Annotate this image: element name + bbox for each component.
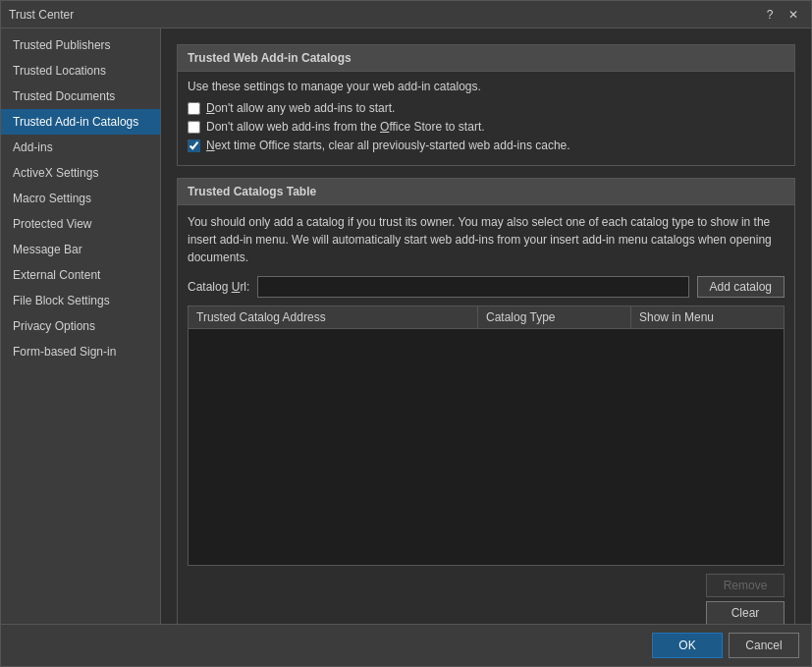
checkbox2-row: Don't allow web add-ins from the Office … [188, 120, 785, 134]
window-title: Trust Center [9, 8, 74, 22]
trust-center-window: Trust Center ? ✕ Trusted PublishersTrust… [0, 0, 812, 667]
section1-body: Use these settings to manage your web ad… [177, 72, 795, 166]
remove-button[interactable]: Remove [706, 574, 785, 597]
checkbox2[interactable] [188, 121, 200, 134]
section2: Trusted Catalogs Table You should only a… [177, 178, 795, 624]
ok-button[interactable]: OK [652, 633, 723, 658]
clear-button[interactable]: Clear [706, 601, 785, 624]
sidebar-item-external-content[interactable]: External Content [1, 262, 160, 288]
col-header-address: Trusted Catalog Address [189, 306, 478, 328]
table-body[interactable] [189, 329, 784, 565]
sidebar-item-trusted-addin-catalogs[interactable]: Trusted Add-in Catalogs [1, 109, 160, 135]
title-bar: Trust Center ? ✕ [1, 1, 811, 28]
sidebar-item-macro-settings[interactable]: Macro Settings [1, 186, 160, 211]
col-header-type: Catalog Type [478, 306, 631, 328]
section1-intro: Use these settings to manage your web ad… [188, 80, 785, 93]
close-button[interactable]: ✕ [784, 5, 803, 25]
catalog-url-row: Catalog Url: Add catalog [188, 276, 785, 298]
sidebar-item-trusted-documents[interactable]: Trusted Documents [1, 83, 160, 109]
sidebar-item-protected-view[interactable]: Protected View [1, 211, 160, 237]
catalog-table-container: Trusted Catalog Address Catalog Type Sho… [188, 306, 785, 566]
action-buttons: Remove Clear [188, 574, 785, 624]
main-panel: Trusted Web Add-in Catalogs Use these se… [161, 28, 811, 624]
sidebar-item-message-bar[interactable]: Message Bar [1, 237, 160, 262]
catalog-url-label: Catalog Url: [188, 280, 249, 294]
section2-description: You should only add a catalog if you tru… [188, 213, 785, 266]
help-button[interactable]: ? [760, 5, 780, 25]
checkbox1[interactable] [188, 102, 200, 115]
cancel-button[interactable]: Cancel [729, 633, 799, 658]
footer: OK Cancel [1, 624, 811, 666]
checkbox3-row: Next time Office starts, clear all previ… [188, 139, 785, 152]
checkbox2-label[interactable]: Don't allow web add-ins from the Office … [206, 120, 485, 134]
sidebar-item-add-ins[interactable]: Add-ins [1, 135, 160, 160]
checkbox1-label[interactable]: Don't allow any web add-ins to start. [206, 101, 395, 115]
table-header: Trusted Catalog Address Catalog Type Sho… [189, 306, 784, 329]
section1: Trusted Web Add-in Catalogs Use these se… [177, 44, 795, 166]
checkbox3[interactable] [188, 139, 200, 152]
section2-body: You should only add a catalog if you tru… [177, 205, 795, 624]
section2-title: Trusted Catalogs Table [177, 178, 795, 205]
title-bar-controls: ? ✕ [760, 5, 803, 25]
catalog-url-input[interactable] [257, 276, 688, 298]
add-catalog-button[interactable]: Add catalog [697, 276, 785, 298]
sidebar-item-privacy-options[interactable]: Privacy Options [1, 313, 160, 339]
checkbox1-row: Don't allow any web add-ins to start. [188, 101, 785, 115]
sidebar-item-activex-settings[interactable]: ActiveX Settings [1, 160, 160, 186]
sidebar-item-trusted-locations[interactable]: Trusted Locations [1, 58, 160, 83]
content-area: Trusted PublishersTrusted LocationsTrust… [1, 28, 811, 624]
section1-title: Trusted Web Add-in Catalogs [177, 44, 795, 72]
sidebar-item-file-block-settings[interactable]: File Block Settings [1, 288, 160, 313]
sidebar-item-form-based-sign-in[interactable]: Form-based Sign-in [1, 339, 160, 364]
checkbox3-label[interactable]: Next time Office starts, clear all previ… [206, 139, 570, 152]
col-header-show: Show in Menu [631, 306, 784, 328]
sidebar: Trusted PublishersTrusted LocationsTrust… [1, 28, 161, 624]
sidebar-item-trusted-publishers[interactable]: Trusted Publishers [1, 32, 160, 58]
